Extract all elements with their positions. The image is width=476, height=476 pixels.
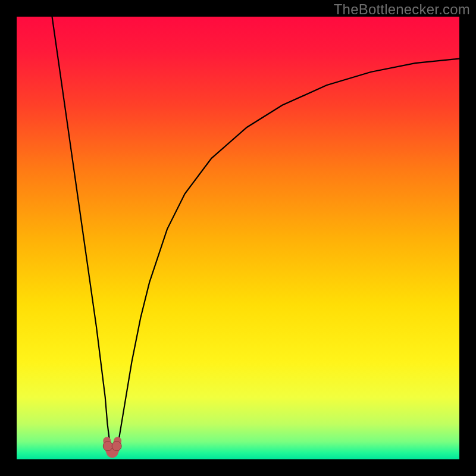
plot-frame — [17, 17, 459, 459]
watermark-text: TheBottlenecker.com — [334, 1, 470, 18]
valley-left-marker — [103, 441, 112, 451]
bottleneck-chart — [17, 17, 459, 459]
valley-right-marker — [112, 441, 121, 451]
